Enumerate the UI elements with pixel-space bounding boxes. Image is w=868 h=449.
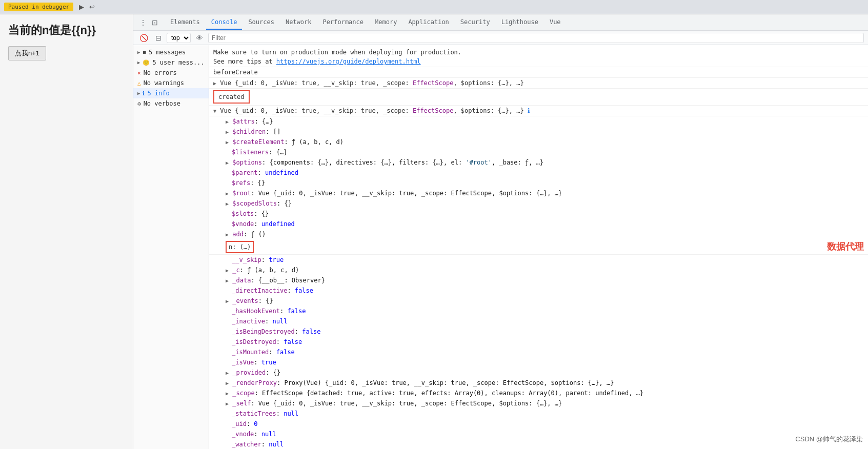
- left-panel: 当前的n值是{{n}} 点我n+1: [0, 14, 133, 449]
- sidebar-label: 5 info: [147, 90, 169, 97]
- console-line: Make sure to turn on production mode whe…: [209, 47, 868, 67]
- tab-security[interactable]: Security: [455, 15, 495, 30]
- vue-object-text: ▶ Vue {_uid: 0, _isVue: true, __v_skip: …: [213, 78, 864, 88]
- debug-play-btn[interactable]: ▶: [77, 3, 86, 11]
- devtools-panel: ⋮ ⊡ Elements Console Sources Network Per…: [133, 14, 868, 449]
- debug-controls: ▶ ↩: [77, 3, 96, 11]
- obj-self[interactable]: ▶ _self: Vue {_uid: 0, _isVue: true, __v…: [209, 398, 868, 409]
- sidebar-item-info[interactable]: ▶ ℹ 5 info: [133, 88, 209, 98]
- console-body: ▶ ≡ 5 messages ▶ 🙂 5 user mess... ✕ No e…: [133, 45, 868, 449]
- obj-vskip: __v_skip: true: [209, 255, 868, 265]
- sidebar-item-messages[interactable]: ▶ ≡ 5 messages: [133, 47, 209, 57]
- obj-renderProxy[interactable]: ▶ _renderProxy: Proxy(Vue) {_uid: 0, _is…: [209, 378, 868, 388]
- collapse-arrow[interactable]: ▼: [213, 108, 216, 114]
- console-toolbar: 🚫 ⊟ top 👁: [133, 31, 868, 45]
- sidebar-label: No errors: [144, 69, 177, 76]
- n-highlight: n: (…): [226, 241, 254, 253]
- obj-listeners: $listeners: {…}: [209, 147, 868, 157]
- sidebar-label: 5 user mess...: [152, 59, 204, 66]
- main-layout: 当前的n值是{{n}} 点我n+1 ⋮ ⊡ Elements Console S…: [0, 14, 868, 449]
- obj-hookEvent: _hasHookEvent: false: [209, 306, 868, 316]
- watermark: CSDN @帅气的花泽染: [795, 435, 863, 444]
- obj-provided[interactable]: ▶ _provided: {}: [209, 368, 868, 378]
- filter-input[interactable]: [208, 33, 864, 43]
- tab-application[interactable]: Application: [403, 15, 454, 30]
- obj-isDestroyed: _isDestroyed: false: [209, 337, 868, 347]
- tab-network[interactable]: Network: [280, 15, 317, 30]
- obj-data[interactable]: ▶ _data: {__ob__: Observer}: [209, 275, 868, 285]
- obj-options[interactable]: ▶ $options: {components: {…}, directives…: [209, 157, 868, 168]
- click-button[interactable]: 点我n+1: [8, 46, 46, 60]
- debug-step-btn[interactable]: ↩: [88, 3, 96, 11]
- obj-vnode: $vnode: undefined: [209, 219, 868, 229]
- eye-btn[interactable]: 👁: [194, 33, 205, 43]
- obj-createelement[interactable]: ▶ $createElement: ƒ (a, b, c, d): [209, 137, 868, 147]
- obj-scope[interactable]: ▶ _scope: EffectScope {detached: true, a…: [209, 388, 868, 398]
- tab-console[interactable]: Console: [206, 15, 243, 30]
- devtools-toggle[interactable]: ⋮: [137, 17, 149, 28]
- page-title: 当前的n值是{{n}}: [8, 23, 125, 38]
- proxy-annotation: 数据代理: [827, 240, 864, 254]
- messages-icon: ≡: [143, 49, 146, 56]
- created-line: created: [209, 89, 868, 106]
- tab-vue[interactable]: Vue: [544, 15, 566, 30]
- obj-c[interactable]: ▶ _c: ƒ (a, b, c, d): [209, 265, 868, 275]
- tab-bar: ⋮ ⊡ Elements Console Sources Network Per…: [133, 14, 868, 31]
- created-box: created: [213, 90, 250, 104]
- debugger-badge: Paused in debugger: [4, 3, 73, 11]
- obj-parent: $parent: undefined: [209, 168, 868, 178]
- obj-isBeingDestroyed: _isBeingDestroyed: false: [209, 326, 868, 337]
- devtools-dock[interactable]: ⊡: [150, 17, 160, 28]
- sidebar-label: No warnings: [144, 79, 184, 87]
- expand-icon: ▶: [137, 50, 140, 55]
- filter-toggle-btn[interactable]: ⊟: [153, 33, 164, 43]
- sidebar-item-user[interactable]: ▶ 🙂 5 user mess...: [133, 57, 209, 68]
- obj-children[interactable]: ▶ $children: []: [209, 127, 868, 137]
- obj-events[interactable]: ▶ _events: {}: [209, 296, 868, 306]
- obj-uid: _uid: 0: [209, 419, 868, 429]
- collapse-arrow[interactable]: ▶: [213, 80, 216, 86]
- sidebar-item-warnings[interactable]: △ No warnings: [133, 78, 209, 88]
- tab-memory[interactable]: Memory: [370, 15, 402, 30]
- tab-performance[interactable]: Performance: [318, 15, 369, 30]
- user-icon: 🙂: [143, 59, 150, 66]
- obj-inactive: _inactive: null: [209, 316, 868, 326]
- obj-staticTrees: _staticTrees: null: [209, 409, 868, 419]
- sidebar-label: 5 messages: [149, 49, 186, 56]
- tab-sources[interactable]: Sources: [243, 15, 279, 30]
- before-create-line: beforeCreate: [209, 67, 868, 78]
- expand-icon: ▶: [137, 60, 140, 65]
- obj-refs: $refs: {}: [209, 178, 868, 188]
- verbose-icon: ⚙: [137, 100, 141, 107]
- tab-elements[interactable]: Elements: [165, 15, 205, 30]
- n-proxy-row: n: (…) 数据代理: [209, 239, 868, 255]
- error-icon: ✕: [137, 70, 141, 76]
- console-sidebar: ▶ ≡ 5 messages ▶ 🙂 5 user mess... ✕ No e…: [133, 45, 209, 449]
- sidebar-label: No verbose: [144, 100, 180, 107]
- vue-expanded-line: ▼ Vue {_uid: 0, _isVue: true, __v_skip: …: [209, 106, 868, 116]
- obj-root[interactable]: ▶ $root: Vue {_uid: 0, _isVue: true, __v…: [209, 188, 868, 198]
- devtools-left-icons: ⋮ ⊡: [137, 17, 160, 28]
- obj-add[interactable]: ▶ add: ƒ (): [209, 229, 868, 239]
- expand-icon: ▶: [137, 91, 140, 96]
- top-bar: Paused in debugger ▶ ↩: [0, 0, 868, 14]
- obj-scopedslots[interactable]: ▶ $scopedSlots: {}: [209, 198, 868, 209]
- warning-icon: △: [137, 80, 141, 87]
- sidebar-item-errors[interactable]: ✕ No errors: [133, 68, 209, 78]
- obj-watcher: _watcher: null: [209, 439, 868, 449]
- vue-object-line[interactable]: ▶ Vue {_uid: 0, _isVue: true, __v_skip: …: [209, 78, 868, 89]
- obj-isVue: _isVue: true: [209, 357, 868, 368]
- tab-lighthouse[interactable]: Lighthouse: [496, 15, 543, 30]
- clear-console-btn[interactable]: 🚫: [137, 33, 150, 43]
- deployment-link[interactable]: https://vuejs.org/guide/deployment.html: [276, 58, 421, 65]
- obj-directinactive: _directInactive: false: [209, 285, 868, 296]
- sidebar-item-verbose[interactable]: ⚙ No verbose: [133, 98, 209, 109]
- obj-isMounted: _isMounted: false: [209, 347, 868, 357]
- top-select[interactable]: top: [167, 33, 191, 43]
- info-icon: ℹ: [143, 90, 145, 97]
- obj-attrs[interactable]: ▶ $attrs: {…}: [209, 116, 868, 127]
- production-warning: Make sure to turn on production mode whe…: [213, 48, 864, 66]
- obj-vnode2: _vnode: null: [209, 429, 868, 439]
- console-output[interactable]: Make sure to turn on production mode whe…: [209, 45, 868, 449]
- obj-slots: $slots: {}: [209, 209, 868, 219]
